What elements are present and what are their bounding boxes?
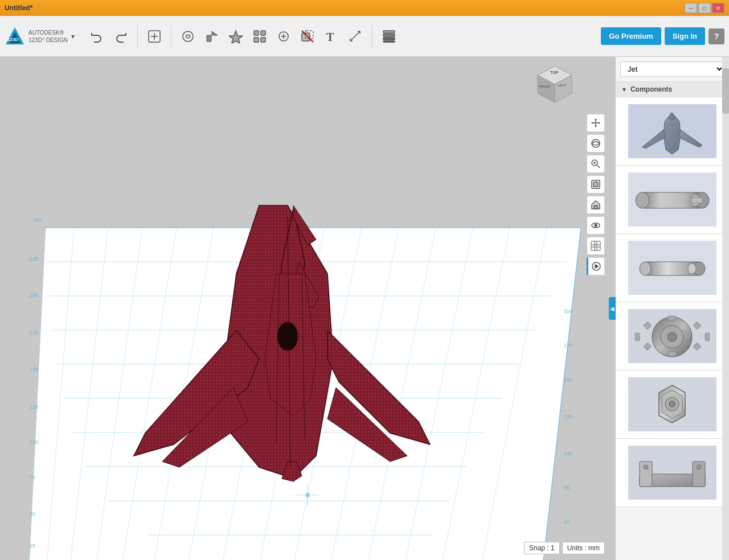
navigation-tools <box>587 114 605 275</box>
component-item-jet[interactable] <box>616 97 729 166</box>
logo-dropdown-icon[interactable]: ▾ <box>71 32 75 40</box>
undo-button[interactable] <box>86 26 108 47</box>
svg-text:123D: 123D <box>7 37 18 42</box>
svg-text:225: 225 <box>30 256 38 262</box>
logo-area: 123D AUTODESK® 123D° DESIGN ▾ <box>5 26 75 47</box>
sketch-button[interactable] <box>177 26 199 47</box>
go-premium-button[interactable]: Go Premium <box>601 27 661 45</box>
svg-rect-18 <box>383 31 395 33</box>
svg-text:200: 200 <box>564 308 572 314</box>
svg-rect-10 <box>261 31 265 35</box>
svg-text:125: 125 <box>30 404 38 410</box>
svg-text:125: 125 <box>564 414 572 419</box>
materials-button[interactable] <box>378 26 400 47</box>
snapbar: Snap : 1 Units : mm <box>524 542 605 554</box>
logo-text: AUTODESK® 123D° DESIGN <box>28 29 68 44</box>
minimize-button[interactable]: ─ <box>685 3 697 13</box>
orbit-tool[interactable] <box>587 134 605 153</box>
divider-2 <box>171 25 171 48</box>
svg-text:250: 250 <box>33 217 42 223</box>
chevron-down-icon: ▼ <box>621 87 627 93</box>
zoom-tool[interactable] <box>587 155 605 173</box>
project-dropdown[interactable]: Jet <box>620 61 724 77</box>
svg-point-109 <box>592 139 600 147</box>
close-button[interactable]: ✕ <box>712 3 724 13</box>
group-button[interactable] <box>273 26 294 47</box>
svg-point-165 <box>697 465 701 470</box>
viewport[interactable]: 25 50 75 100 125 150 175 200 225 250 225… <box>0 57 615 560</box>
svg-rect-148 <box>668 352 676 356</box>
toolbar: 123D AUTODESK® 123D° DESIGN ▾ <box>0 16 729 57</box>
window-controls: ─ □ ✕ <box>685 3 724 13</box>
svg-text:175: 175 <box>30 330 38 336</box>
component-item-2[interactable] <box>616 234 729 302</box>
modify-button[interactable] <box>225 26 247 47</box>
primitives-button[interactable] <box>201 26 223 47</box>
svg-text:150: 150 <box>30 367 38 372</box>
redo-button[interactable] <box>110 26 132 47</box>
svg-text:LEFT: LEFT <box>558 84 567 87</box>
svg-point-164 <box>644 465 648 470</box>
component-item-1[interactable] <box>616 166 729 234</box>
svg-point-126 <box>595 265 597 267</box>
divider-3 <box>372 25 372 48</box>
titlebar: Untitled* ─ □ ✕ <box>0 0 729 16</box>
components-section-header[interactable]: ▼ Components <box>616 82 729 97</box>
svg-marker-106 <box>595 126 597 127</box>
combine-button[interactable] <box>297 26 318 47</box>
svg-rect-19 <box>383 34 395 36</box>
svg-point-146 <box>667 332 677 341</box>
svg-text:T: T <box>326 31 334 43</box>
svg-text:175: 175 <box>564 343 572 348</box>
home-tool[interactable] <box>587 196 605 214</box>
scrollbar-thumb[interactable] <box>722 68 729 114</box>
svg-text:100: 100 <box>30 439 38 445</box>
svg-rect-7 <box>207 35 211 42</box>
svg-text:150: 150 <box>564 377 572 382</box>
svg-rect-115 <box>593 182 598 187</box>
component-item-4[interactable] <box>616 370 729 439</box>
svg-point-96 <box>277 322 298 351</box>
svg-text:FRONT: FRONT <box>539 85 551 88</box>
svg-text:100: 100 <box>564 451 572 456</box>
help-button[interactable]: ? <box>708 28 724 44</box>
svg-text:50: 50 <box>30 511 35 517</box>
title-text: Untitled* <box>5 4 685 12</box>
component-thumbnail-jet <box>628 104 716 158</box>
pan-tool[interactable] <box>587 114 605 132</box>
svg-point-140 <box>640 262 651 275</box>
snap-value[interactable]: Snap : 1 <box>524 542 560 554</box>
svg-rect-12 <box>261 38 265 42</box>
svg-rect-150 <box>705 333 710 341</box>
svg-text:TOP: TOP <box>550 71 559 75</box>
grid-settings-tool[interactable] <box>587 237 605 255</box>
svg-rect-117 <box>594 205 597 209</box>
component-thumbnail-2 <box>628 241 716 295</box>
components-list <box>616 97 729 560</box>
zoom-extent-tool[interactable] <box>587 175 605 193</box>
visibility-tool[interactable] <box>587 216 605 234</box>
svg-rect-149 <box>635 333 640 341</box>
autodesk-logo-icon: 123D <box>5 26 25 47</box>
component-item-5[interactable] <box>616 439 729 507</box>
component-item-3[interactable] <box>616 302 729 370</box>
svg-text:75: 75 <box>30 475 35 480</box>
pattern-button[interactable] <box>249 26 271 47</box>
panel-header: Jet <box>616 57 729 82</box>
new-solid-button[interactable] <box>144 26 165 47</box>
svg-marker-8 <box>212 31 218 35</box>
viewcube[interactable]: TOP LEFT FRONT <box>534 64 575 105</box>
text-button[interactable]: T <box>321 26 342 47</box>
snap-settings-tool[interactable] <box>587 257 605 275</box>
maximize-button[interactable]: □ <box>698 3 711 13</box>
sign-in-button[interactable]: Sign In <box>665 27 705 45</box>
measure-button[interactable] <box>345 26 366 47</box>
divider-1 <box>137 25 138 48</box>
units-value[interactable]: Units : mm <box>562 542 605 554</box>
scrollbar-track[interactable] <box>722 57 729 560</box>
premium-area: Go Premium Sign In ? <box>601 27 724 45</box>
component-thumbnail-1 <box>628 172 716 227</box>
panel-collapse-handle[interactable]: ◀ <box>609 297 616 320</box>
svg-text:50: 50 <box>564 519 570 525</box>
svg-marker-105 <box>595 118 597 120</box>
